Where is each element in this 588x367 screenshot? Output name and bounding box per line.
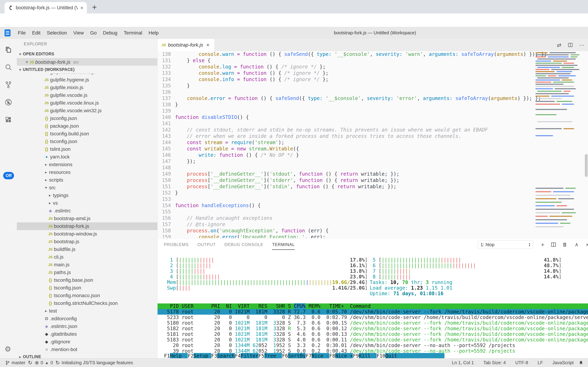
- editor-scrollbar[interactable]: [585, 154, 588, 177]
- htop-table-header[interactable]: PID USER PRI NI VIRT RES SHR S CPU% MEM%…: [157, 303, 588, 309]
- settings-gear-icon[interactable]: ⚙: [5, 345, 11, 353]
- menu-terminal[interactable]: Terminal: [121, 30, 145, 36]
- minimap-line: [536, 98, 562, 99]
- tree-item-typings[interactable]: ▸typings: [17, 192, 157, 199]
- sync-icon[interactable]: ↻: [28, 360, 32, 366]
- minimap-line: [553, 82, 574, 83]
- tree-item-paths.js[interactable]: JSpaths.js: [17, 269, 157, 276]
- tree-item-package.json[interactable]: {}package.json: [17, 122, 157, 130]
- tree-item-.gitattributes[interactable]: ◆.gitattributes: [17, 330, 157, 338]
- debug-disabled-icon[interactable]: [5, 98, 12, 106]
- tree-item-resources[interactable]: ▸resources: [17, 168, 157, 176]
- open-editors-header[interactable]: ▾ OPEN EDITORS: [17, 50, 157, 58]
- menu-debug[interactable]: Debug: [100, 30, 121, 36]
- browser-tab[interactable]: bootstrap-fork.js — Untitled (V ×: [5, 2, 87, 14]
- tree-item-.mention-bot[interactable]: ≡.mention-bot: [17, 346, 157, 353]
- tree-item-tsconfig.base.json[interactable]: {}tsconfig.base.json: [17, 276, 157, 284]
- panel-tab-debug-console[interactable]: DEBUG CONSOLE: [224, 242, 263, 247]
- tree-item-vs[interactable]: ▸vs: [17, 199, 157, 207]
- extensions-icon[interactable]: [5, 116, 12, 124]
- source-control-icon[interactable]: [5, 81, 12, 89]
- new-tab-button[interactable]: +: [92, 2, 97, 12]
- tree-item-.editorconfig[interactable]: ⚙.editorconfig: [17, 315, 157, 323]
- status-utf-8[interactable]: UTF-8: [515, 360, 528, 366]
- terminal[interactable]: 1 [|||||||||||| 17.8%] 2 [||||||||||| 16…: [157, 251, 588, 358]
- more-actions-icon[interactable]: ⋯: [579, 42, 585, 48]
- minimap-line: [536, 84, 563, 85]
- tree-item-label: src: [49, 185, 56, 191]
- split-editor-icon[interactable]: [568, 42, 573, 48]
- tree-item-tslint.json[interactable]: {}tslint.json: [17, 145, 157, 153]
- tree-item-gulpfile.vscode.win32.js[interactable]: JSgulpfile.vscode.win32.js: [17, 107, 157, 115]
- split-terminal-icon[interactable]: [551, 242, 558, 249]
- tree-item-tsconfig.build.json[interactable]: {}tsconfig.build.json: [17, 130, 157, 138]
- tree-item-gulpfile.vscode.linux.js[interactable]: JSgulpfile.vscode.linux.js: [17, 99, 157, 107]
- search-icon[interactable]: [5, 63, 12, 71]
- open-editor-item[interactable]: × JS bootstrap-fork.js src: [17, 58, 157, 66]
- minimap-line: [536, 93, 569, 94]
- git-branch-item[interactable]: master: [5, 360, 25, 366]
- tree-item-cli.js[interactable]: JScli.js: [17, 253, 157, 261]
- tree-item-buildfile.js[interactable]: JSbuildfile.js: [17, 245, 157, 253]
- tree-item-tsconfig.json[interactable]: {}tsconfig.json: [17, 284, 157, 292]
- tree-item-main.js[interactable]: JSmain.js: [17, 261, 157, 269]
- tab-close-icon[interactable]: ×: [80, 5, 83, 11]
- tree-item-label: extensions: [49, 162, 73, 167]
- status-ln-1-col-1[interactable]: Ln 1, Col 1: [452, 360, 474, 366]
- maximize-panel-icon[interactable]: ∧: [573, 241, 580, 248]
- tree-item-bootstrap-fork.js[interactable]: JSbootstrap-fork.js: [17, 222, 157, 230]
- panel-tab-output[interactable]: OUTPUT: [197, 242, 216, 247]
- switch-editor-icon[interactable]: ⇄: [557, 42, 561, 48]
- tree-item-label: yarn.lock: [50, 154, 70, 160]
- tree-item-gulpfile.vscode.js[interactable]: JSgulpfile.vscode.js: [17, 92, 157, 99]
- explorer-sidebar: EXPLORER ▾ OPEN EDITORS × JS bootstrap-f…: [17, 39, 157, 358]
- menu-help[interactable]: Help: [145, 30, 162, 36]
- status-tab-size-4[interactable]: Tab Size: 4: [483, 360, 506, 366]
- tree-item-tsconfig.strictNullChecks.json[interactable]: {}tsconfig.strictNullChecks.json: [17, 300, 157, 307]
- tree-item-jsconfig.json[interactable]: {}jsconfig.json: [17, 115, 157, 122]
- tree-item-gulpfile.mixin.js[interactable]: JSgulpfile.mixin.js: [17, 84, 157, 92]
- bell-icon[interactable]: [579, 360, 588, 365]
- minimap-line: [562, 212, 576, 213]
- close-icon[interactable]: ×: [25, 59, 28, 65]
- tree-item-bootstrap-window.js[interactable]: JSbootstrap-window.js: [17, 230, 157, 238]
- tree-item-bootstrap-amd.js[interactable]: JSbootstrap-amd.js: [17, 215, 157, 222]
- off-badge[interactable]: Off: [3, 172, 14, 179]
- terminal-select[interactable]: 1: htop ▲▼: [478, 240, 533, 249]
- panel-tab-terminal[interactable]: TERMINAL: [272, 242, 295, 247]
- tree-item-yarn.lock[interactable]: ●yarn.lock: [17, 153, 157, 161]
- status-lf[interactable]: LF: [538, 360, 543, 366]
- tree-item-gulpfile.hygiene.js[interactable]: JSgulpfile.hygiene.js: [17, 76, 157, 84]
- editor-tab-close-icon[interactable]: ×: [206, 42, 209, 48]
- kill-terminal-icon[interactable]: [562, 242, 569, 249]
- tree-item-.eslintrc[interactable]: ◈.eslintrc: [17, 207, 157, 215]
- list-icon: ≡: [43, 347, 50, 352]
- editor-tab[interactable]: JS bootstrap-fork.js ×: [157, 39, 215, 51]
- menu-edit[interactable]: Edit: [29, 30, 44, 36]
- tree-item-scripts[interactable]: ▸scripts: [17, 176, 157, 184]
- tree-item-tsconfig.json[interactable]: {}tsconfig.json: [17, 138, 157, 145]
- menu-file[interactable]: File: [15, 30, 29, 36]
- tree-item-tsconfig.monaco.json[interactable]: {}tsconfig.monaco.json: [17, 292, 157, 300]
- tree-item-test[interactable]: ▸test: [17, 307, 157, 315]
- br-icon: {}: [47, 278, 54, 283]
- workspace-header[interactable]: ▾ UNTITLED (WORKSPACE): [17, 66, 157, 74]
- problems-item[interactable]: ⊗ 0 ▲ 0: [35, 360, 53, 366]
- chevron-right-icon: ▸: [19, 355, 21, 359]
- panel-tab-problems[interactable]: PROBLEMS: [164, 242, 189, 247]
- code-editor[interactable]: 130 console.warn = function () { safeSen…: [157, 51, 588, 238]
- tree-item-bootstrap.js[interactable]: JSbootstrap.js: [17, 238, 157, 245]
- explorer-icon[interactable]: [5, 46, 12, 54]
- minimap[interactable]: [536, 51, 583, 238]
- new-terminal-icon[interactable]: +: [539, 241, 546, 248]
- menu-view[interactable]: View: [70, 30, 87, 36]
- tree-item-src[interactable]: ▾src: [17, 184, 157, 192]
- tree-item-.eslintrc.json[interactable]: ◈.eslintrc.json: [17, 323, 157, 330]
- tree-item-extensions[interactable]: ▸extensions: [17, 161, 157, 168]
- close-panel-icon[interactable]: ×: [584, 241, 588, 248]
- tree-item-.gitignore[interactable]: ◆.gitignore: [17, 338, 157, 346]
- outline-header[interactable]: ▸ OUTLINE: [17, 353, 157, 358]
- menu-go[interactable]: Go: [87, 30, 100, 36]
- status-javascript[interactable]: JavaScript: [553, 360, 574, 366]
- menu-selection[interactable]: Selection: [44, 30, 70, 36]
